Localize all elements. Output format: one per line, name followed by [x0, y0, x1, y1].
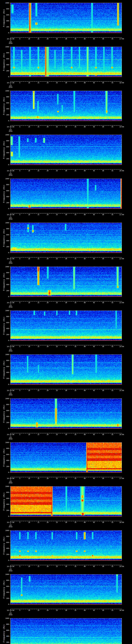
x-tick-label: 35: [74, 258, 76, 260]
x-date-line-3: 2016: [9, 570, 12, 572]
x-minor-tick: [110, 433, 111, 434]
y-major-tick: [9, 153, 10, 153]
x-tick-label: 15: [38, 214, 39, 216]
y-tick-label: 1000: [4, 222, 9, 224]
spectrogram-panel-3: 10008006004002000Frequency (Hz)10:18:005…: [0, 88, 132, 132]
x-minor-tick: [24, 126, 24, 126]
x-minor-tick: [83, 521, 83, 522]
y-minor-tick: [10, 180, 10, 180]
x-date-line-3: 2016: [9, 438, 12, 440]
x-minor-tick: [14, 609, 14, 610]
x-minor-tick: [110, 213, 111, 214]
plot-border-bottom: [10, 121, 122, 121]
x-minor-tick: [42, 213, 42, 214]
y-inner-tick: [121, 354, 122, 355]
plot-border-bottom: [10, 77, 122, 77]
x-minor-tick: [50, 609, 50, 610]
x-tick-label: 35: [74, 390, 76, 391]
y-minor-tick: [10, 635, 10, 635]
x-minor-tick: [100, 213, 100, 214]
x-minor-tick: [55, 521, 55, 522]
x-minor-tick: [70, 389, 70, 390]
y-minor-tick: [10, 507, 10, 508]
x-minor-tick: [92, 565, 92, 566]
y-inner-tick: [121, 428, 122, 429]
x-minor-tick: [100, 257, 100, 258]
x-tick-label: 20: [47, 610, 48, 611]
x-minor-tick: [92, 389, 92, 390]
x-tick-label: 40: [84, 610, 86, 611]
x-end-time-label: 19:00: [119, 126, 124, 128]
y-minor-tick: [10, 188, 10, 188]
y-inner-minor-tick: [121, 150, 122, 150]
y-inner-minor-tick: [121, 69, 122, 70]
x-minor-tick: [101, 38, 102, 38]
x-tick-label: 10: [28, 522, 30, 523]
y-axis-title: Frequency (Hz): [3, 97, 5, 115]
x-minor-tick: [110, 301, 111, 302]
y-minor-tick: [10, 324, 10, 324]
x-minor-tick: [107, 257, 107, 258]
x-minor-tick: [46, 213, 46, 214]
y-inner-minor-tick: [121, 74, 122, 74]
x-minor-tick: [96, 433, 96, 434]
x-minor-tick: [55, 301, 55, 302]
x-tick-label: 15: [38, 302, 39, 304]
x-top-tick: [57, 47, 57, 48]
x-tick-label: 20: [47, 434, 48, 435]
x-tick-label: 10: [28, 478, 30, 479]
x-minor-tick: [24, 565, 24, 566]
x-minor-tick: [107, 389, 107, 390]
x-top-tick: [10, 3, 11, 4]
x-minor-tick: [51, 345, 52, 346]
y-major-tick: [9, 410, 10, 411]
x-minor-tick: [101, 609, 102, 610]
x-top-tick: [103, 91, 103, 92]
x-minor-tick: [100, 82, 100, 82]
x-tick-label: 15: [38, 434, 39, 435]
x-minor-tick: [14, 169, 14, 170]
x-minor-tick: [96, 477, 96, 478]
x-top-tick: [20, 399, 20, 399]
y-inner-minor-tick: [121, 359, 122, 359]
x-minor-tick: [14, 38, 14, 38]
y-inner-tick: [121, 71, 122, 71]
x-tick-label: 50: [102, 434, 104, 435]
x-tick-label: 20: [47, 214, 48, 216]
x-minor-tick: [114, 213, 114, 214]
y-minor-tick: [10, 488, 10, 488]
x-minor-tick: [16, 609, 16, 610]
y-minor-tick: [10, 633, 10, 634]
x-minor-tick: [16, 477, 16, 478]
y-inner-tick: [121, 65, 122, 65]
y-minor-tick: [10, 421, 10, 421]
y-tick-label: 1000: [4, 442, 9, 443]
x-minor-tick: [42, 345, 42, 346]
x-tick-label: 55: [112, 214, 113, 216]
x-minor-tick: [96, 345, 96, 346]
y-minor-tick: [10, 512, 10, 512]
y-tick-label: 1000: [4, 90, 9, 92]
x-tick-label: 15: [38, 258, 39, 260]
y-inner-minor-tick: [121, 371, 122, 371]
x-minor-tick: [60, 565, 61, 566]
x-tick-label: 25: [56, 434, 58, 435]
spectrogram-image: [10, 223, 122, 253]
x-minor-tick: [110, 345, 111, 346]
x-tick-label: 25: [56, 214, 58, 216]
x-tick-label: 40: [84, 170, 86, 172]
y-inner-minor-tick: [121, 374, 122, 374]
x-top-tick: [103, 3, 103, 4]
y-inner-minor-tick: [121, 116, 122, 116]
y-inner-minor-tick: [121, 238, 122, 238]
plot-border-bottom: [10, 340, 122, 341]
x-minor-tick: [24, 477, 24, 478]
x-minor-tick: [101, 213, 102, 214]
x-minor-tick: [98, 389, 98, 390]
x-top-tick: [48, 530, 48, 531]
y-inner-tick: [121, 340, 122, 341]
y-minor-tick: [10, 540, 10, 540]
x-minor-tick: [88, 38, 88, 38]
x-tick-label: 45: [93, 566, 95, 567]
x-top-tick: [20, 311, 20, 311]
